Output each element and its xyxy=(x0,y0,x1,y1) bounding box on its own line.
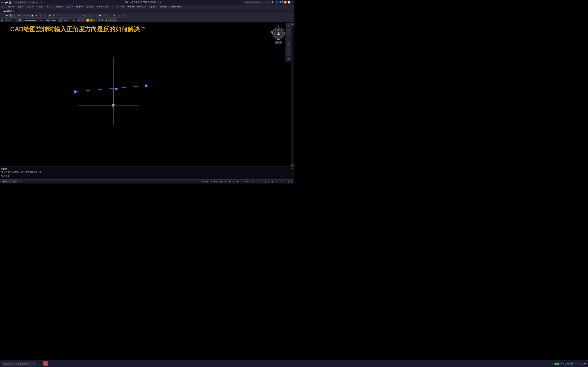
rp-nav1-btn[interactable]: ⊡ xyxy=(286,52,291,56)
color-dropdown[interactable]: ByColor xyxy=(61,18,75,22)
menu-params[interactable]: 参数(P) xyxy=(85,5,95,8)
menu-draw[interactable]: 绘图(D) xyxy=(55,5,65,8)
toolbar-new-btn[interactable]: □ xyxy=(1,14,4,17)
toolbar-open-btn[interactable]: 📂 xyxy=(5,14,9,17)
menu-modify[interactable]: 修改(M) xyxy=(75,5,85,8)
layer-state-btn[interactable]: ⊡ xyxy=(18,18,22,22)
status-snap[interactable]: ▲ xyxy=(240,180,244,183)
open-icon[interactable]: 📂 xyxy=(5,1,8,4)
minimize-icon[interactable]: 🔽 xyxy=(284,1,287,4)
status-tp[interactable]: § xyxy=(264,180,267,183)
status-ui[interactable]: § xyxy=(291,180,293,183)
visual-style-dropdown[interactable] xyxy=(106,14,111,17)
layer-freeze-btn[interactable]: ⊡ xyxy=(1,19,3,22)
circle-orange-btn[interactable] xyxy=(90,19,93,22)
toolbar-help-btn[interactable]: ? xyxy=(86,14,90,17)
rp-nav2-btn[interactable]: ⊠ xyxy=(286,57,291,61)
toolbar-isolate-btn[interactable]: ◫ xyxy=(117,14,121,17)
status-polar[interactable]: ▼ xyxy=(236,180,239,183)
render2-btn[interactable]: ◉ xyxy=(105,18,109,22)
new-icon[interactable]: □ xyxy=(3,1,5,4)
canvas-area[interactable]: CAD绘图旋转时输入正角度方向是反的如何解决？ 北 西 东 上 南 WCS xyxy=(0,23,291,167)
tab-cad-tutorial[interactable]: CAD教程* ✕ xyxy=(1,9,17,13)
transparency-btn[interactable]: ◫ xyxy=(81,18,85,22)
toolbar-zoom-win-btn[interactable]: ⊡ xyxy=(56,14,60,17)
rp-zoom-btn[interactable]: ⊖ xyxy=(286,28,291,33)
tab-close-icon[interactable]: ✕ xyxy=(13,10,15,12)
layout1-tab[interactable]: 布局1 xyxy=(1,180,9,183)
toolbar-text-btn[interactable]: A xyxy=(82,14,86,17)
status-ducs[interactable]: ▼ xyxy=(252,180,256,183)
lineweight-dropdown[interactable]: —— 0.00 mm xyxy=(44,18,60,22)
rect-lock-btn[interactable]: □ xyxy=(96,19,99,22)
undo-icon[interactable]: ↶ xyxy=(37,1,39,4)
cmd-close-icon[interactable]: ✕ xyxy=(291,167,293,170)
drawing-canvas[interactable] xyxy=(0,23,291,167)
toolbar-pan-btn[interactable]: ✋ xyxy=(48,14,52,17)
toolbar-polyline-btn[interactable]: ⌐ xyxy=(69,14,73,17)
status-model[interactable]: 模型 xyxy=(214,180,219,183)
toolbar-arc-btn[interactable]: ⌒ xyxy=(78,14,81,17)
toolbar-hatch-btn[interactable]: ▨ xyxy=(39,14,42,17)
close-icon[interactable]: ✕ xyxy=(291,1,293,4)
search-icon[interactable]: 🔍 xyxy=(272,1,274,4)
toolbar-print-btn[interactable]: 🖨 xyxy=(13,14,17,17)
status-scale[interactable]: 1:1 xyxy=(274,180,278,183)
status-sel[interactable]: § xyxy=(268,180,270,183)
render3-btn[interactable]: ◉ xyxy=(109,18,113,22)
rp-orbit-btn[interactable]: ⊕ xyxy=(286,24,291,28)
toolbar-match-btn[interactable]: ✎ xyxy=(22,14,26,17)
menu-help[interactable]: 帮助(H) xyxy=(125,5,135,8)
status-lw[interactable]: § xyxy=(261,180,263,183)
menu-insert[interactable]: 插入(I) xyxy=(26,5,35,8)
menu-yqarch-pulldown[interactable]: YQArch Pull-down Menu xyxy=(158,5,183,8)
status-isolate[interactable]: § xyxy=(287,180,290,183)
search-input[interactable] xyxy=(244,1,271,4)
status-anno[interactable]: § xyxy=(271,180,273,183)
layout2-tab[interactable]: 布局2 xyxy=(10,180,18,183)
circle-small-btn[interactable] xyxy=(93,19,95,21)
status-grid1[interactable]: ▦ xyxy=(220,180,223,183)
toolbar-circle-btn[interactable]: ○ xyxy=(74,14,78,17)
menu-edit[interactable]: 编辑(E) xyxy=(6,5,16,8)
layer-dropdown[interactable]: ByLayer xyxy=(4,18,17,22)
status-ortho[interactable]: ◫ xyxy=(232,180,235,183)
scroll-up-btn[interactable]: ▲ xyxy=(291,23,294,25)
toolbar-zoom-ext-btn[interactable]: ⊠ xyxy=(60,14,64,17)
print-icon[interactable]: 🖨 xyxy=(12,1,15,4)
scroll-track[interactable] xyxy=(291,25,294,164)
toolbar-save-btn[interactable]: 💾 xyxy=(9,14,13,17)
menu-window[interactable]: 窗口(W) xyxy=(115,5,125,8)
login-label[interactable]: 登录 xyxy=(279,1,283,4)
maximize-icon[interactable]: ⬜ xyxy=(288,1,290,4)
menu-yanxiu[interactable]: 燕秀工具箱2.87(Y) xyxy=(95,5,115,8)
toolbar-viewport-btn[interactable]: ⊡ xyxy=(102,14,106,17)
rp-rotate-btn[interactable]: ⟳ xyxy=(286,42,291,47)
status-yanxiu-fontsize[interactable]: 燕秀字高=2.5 xyxy=(200,180,213,183)
menu-yuanquan[interactable]: 源泉设计 xyxy=(147,5,158,8)
menu-tools[interactable]: 工具(T) xyxy=(45,5,55,8)
tab-add-button[interactable]: + xyxy=(17,9,21,13)
redo-icon[interactable]: ↷ xyxy=(40,1,42,4)
toolbar-zoom-btn[interactable]: 🔍 xyxy=(52,14,56,17)
status-snap-arrow[interactable]: ▼ xyxy=(228,180,231,183)
toolbar-block-btn[interactable]: ⊞ xyxy=(35,14,38,17)
user-icon[interactable]: 👤 xyxy=(276,1,278,4)
toolbar-layer-btn[interactable]: ◫ xyxy=(43,14,46,17)
layout-add-btn[interactable]: + xyxy=(19,180,22,183)
scroll-down-btn[interactable]: ▼ xyxy=(291,164,294,167)
status-scale-arrow[interactable]: ▼ xyxy=(279,180,283,183)
menu-file[interactable]: (F) xyxy=(1,5,6,8)
menu-view[interactable]: 视图(V) xyxy=(16,5,26,8)
rp-3d-btn[interactable]: ↕ xyxy=(286,38,291,42)
view-dropdown[interactable] xyxy=(96,14,102,17)
status-grid2[interactable]: ▦ xyxy=(224,180,227,183)
status-dyn[interactable]: ↔ xyxy=(257,180,260,183)
dropdown-arrow-icon[interactable]: ▾ xyxy=(35,1,37,4)
mode-dropdown[interactable]: 经典模式 xyxy=(16,1,35,4)
toolbar-render-btn[interactable]: ◉ xyxy=(113,14,116,17)
plot-style-btn[interactable]: ⊡ xyxy=(77,18,81,22)
save-icon[interactable]: 💾 xyxy=(9,1,12,4)
status-wsw[interactable]: + xyxy=(284,180,286,183)
toolbar-plot-btn[interactable]: ⊡ xyxy=(17,14,21,17)
